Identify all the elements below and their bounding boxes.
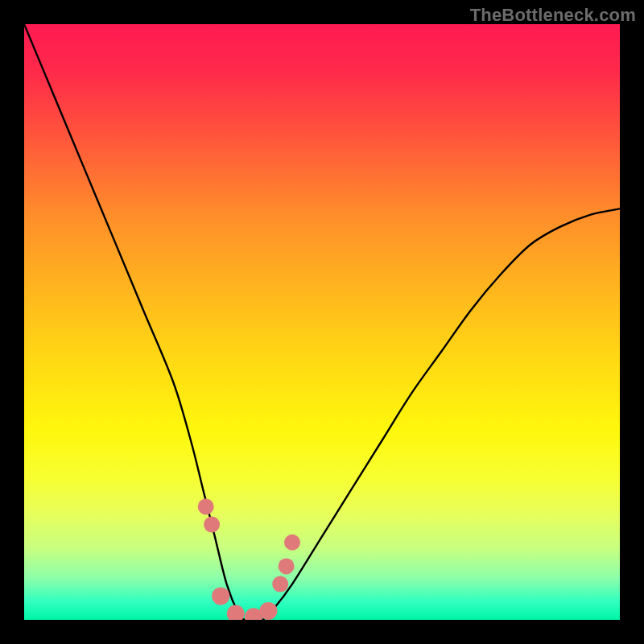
curve-marker-0	[198, 498, 214, 514]
curve-marker-1	[204, 517, 220, 533]
chart-svg-layer	[24, 24, 620, 620]
bottleneck-curve-path	[24, 24, 620, 620]
curve-marker-8	[284, 535, 300, 551]
curve-marker-2	[212, 587, 229, 605]
curve-marker-6	[272, 576, 288, 592]
chart-frame: TheBottleneck.com	[0, 0, 644, 644]
curve-marker-7	[279, 558, 295, 574]
curve-marker-3	[227, 605, 245, 620]
curve-marker-5	[259, 602, 277, 620]
watermark-label: TheBottleneck.com	[470, 5, 636, 26]
marker-group	[198, 498, 300, 620]
